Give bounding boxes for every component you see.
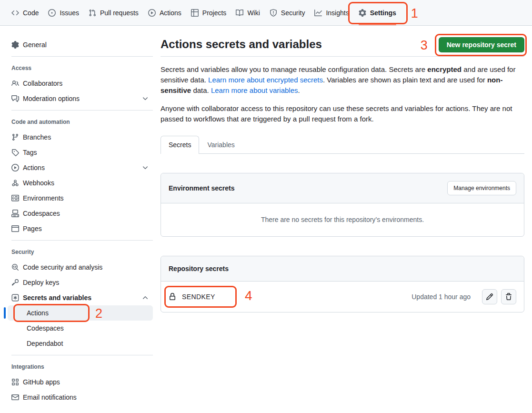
page-header: Actions secrets and variables New reposi… (161, 37, 524, 57)
repo-nav: Code Issues Pull requests Actions Projec… (0, 0, 532, 26)
edit-secret-button[interactable] (482, 289, 497, 304)
nav-tab-label: Actions (160, 9, 181, 17)
sidebar-item-general[interactable]: General (8, 37, 153, 52)
secret-updated-timestamp: Updated 1 hour ago (412, 293, 471, 301)
sidebar-item-label: Environments (23, 194, 64, 202)
sidebar-item-label: Collaborators (23, 80, 62, 87)
annotation-box-2 (13, 304, 90, 322)
webhook-icon (11, 179, 19, 187)
active-tab-underline (359, 24, 396, 25)
book-icon (236, 9, 243, 17)
repository-secrets-panel: Repository secrets SENDKEY 4 Updated 1 h… (161, 256, 524, 312)
sidebar-subitem-actions-selected[interactable]: Actions 2 (8, 305, 153, 321)
tab-variables[interactable]: Variables (199, 136, 242, 154)
gear-icon (359, 9, 366, 17)
sidebar-item-label: Pages (23, 225, 42, 232)
sidebar-item-secrets-and-variables[interactable]: Secrets and variables (8, 290, 153, 305)
sidebar-section-code-automation: Code and automation (8, 114, 153, 130)
sidebar-divider (11, 110, 153, 111)
manage-environments-button[interactable]: Manage environments (447, 181, 516, 195)
nav-tab-label: Pull requests (100, 9, 139, 17)
sidebar-item-label: Email notifications (23, 393, 77, 401)
desc-bold-encrypted: encrypted (427, 65, 462, 73)
sidebar-item-label: General (23, 41, 47, 49)
tab-secrets[interactable]: Secrets (161, 136, 199, 154)
description-paragraph-1: Secrets and variables allow you to manag… (161, 64, 524, 96)
pull-request-icon (89, 9, 96, 17)
delete-secret-button[interactable] (501, 289, 516, 304)
nav-tab-issues[interactable]: Issues (43, 0, 83, 25)
nav-tab-projects[interactable]: Projects (186, 0, 231, 25)
sidebar-item-pages[interactable]: Pages (8, 221, 153, 236)
sidebar-item-label: Actions (27, 309, 49, 317)
nav-tab-label: Issues (60, 9, 79, 17)
desc-text: . Variables are shown as plain text and … (323, 76, 487, 84)
link-learn-more-variables[interactable]: Learn more about variables (211, 86, 298, 94)
sidebar-item-label: Secrets and variables (23, 294, 91, 302)
sidebar-item-moderation-options[interactable]: Moderation options (8, 91, 153, 106)
branch-icon (11, 133, 19, 141)
sidebar-item-actions[interactable]: Actions (8, 160, 153, 175)
secret-name: SENDKEY (182, 292, 215, 302)
environment-secrets-panel: Environment secrets Manage environments … (161, 173, 524, 237)
sidebar-section-access: Access (8, 60, 153, 76)
lock-icon (169, 293, 176, 301)
nav-tab-insights[interactable]: Insights (310, 0, 353, 25)
issue-opened-icon (48, 9, 56, 17)
nav-tab-pull-requests[interactable]: Pull requests (84, 0, 143, 25)
sidebar-item-codespaces[interactable]: Codespaces (8, 206, 153, 221)
sidebar-item-label: Moderation options (23, 95, 80, 102)
panel-title: Environment secrets (169, 183, 235, 193)
nav-tab-actions[interactable]: Actions (143, 0, 186, 25)
sidebar-item-label: Actions (23, 164, 45, 171)
sidebar-item-label: Branches (23, 133, 51, 141)
sidebar-subitem-codespaces[interactable]: Codespaces (8, 321, 153, 336)
sidebar-item-label: Dependabot (27, 340, 63, 347)
codespaces-icon (11, 210, 19, 217)
secrets-variables-tabnav: Secrets Variables (161, 136, 524, 154)
nav-tab-label: Settings (370, 9, 396, 17)
sidebar-item-github-apps[interactable]: GitHub apps (8, 374, 153, 390)
sidebar-item-email-notifications[interactable]: Email notifications (8, 390, 153, 405)
key-icon (11, 279, 19, 286)
annotation-number-3: 3 (421, 39, 428, 52)
annotation-number-4: 4 (245, 289, 252, 302)
sidebar-divider (11, 355, 153, 355)
sidebar-item-label: Webhooks (23, 179, 54, 187)
nav-tab-security[interactable]: Security (265, 0, 310, 25)
graph-icon (314, 9, 322, 17)
chevron-up-icon (141, 294, 149, 302)
secret-name-group: SENDKEY 4 (169, 292, 215, 302)
codescan-icon (11, 263, 19, 271)
shield-icon (270, 9, 277, 17)
sidebar-divider (11, 56, 153, 57)
nav-tab-label: Security (281, 9, 305, 17)
sidebar-item-environments[interactable]: Environments (8, 191, 153, 206)
sidebar-item-branches[interactable]: Branches (8, 130, 153, 145)
secret-row-sendkey: SENDKEY 4 Updated 1 hour ago (161, 282, 524, 312)
people-icon (11, 80, 19, 87)
desc-text: Secrets and variables allow you to manag… (161, 65, 427, 73)
sidebar-item-deploy-keys[interactable]: Deploy keys (8, 275, 153, 290)
nav-tab-code[interactable]: Code (7, 0, 43, 25)
secret-row-actions: Updated 1 hour ago (412, 289, 516, 304)
sidebar-item-tags[interactable]: Tags (8, 145, 153, 160)
nav-tab-label: Insights (326, 9, 349, 17)
sidebar-item-webhooks[interactable]: Webhooks (8, 175, 153, 191)
browser-icon (11, 225, 19, 232)
sidebar-section-security: Security (8, 244, 153, 260)
sidebar-item-label: Tags (23, 149, 37, 156)
table-icon (191, 9, 199, 17)
trash-icon (505, 293, 512, 301)
chevron-down-icon (141, 164, 149, 171)
nav-tab-settings[interactable]: Settings 1 (354, 0, 401, 25)
desc-text: data. (191, 86, 211, 94)
sidebar-section-integrations: Integrations (8, 359, 153, 374)
sidebar-item-code-security[interactable]: Code security and analysis (8, 260, 153, 275)
apps-icon (11, 378, 19, 386)
new-repository-secret-button[interactable]: New repository secret (439, 37, 524, 52)
sidebar-item-collaborators[interactable]: Collaborators (8, 76, 153, 91)
nav-tab-wiki[interactable]: Wiki (231, 0, 264, 25)
sidebar-subitem-dependabot[interactable]: Dependabot (8, 336, 153, 351)
link-learn-more-encrypted-secrets[interactable]: Learn more about encrypted secrets (208, 76, 323, 84)
